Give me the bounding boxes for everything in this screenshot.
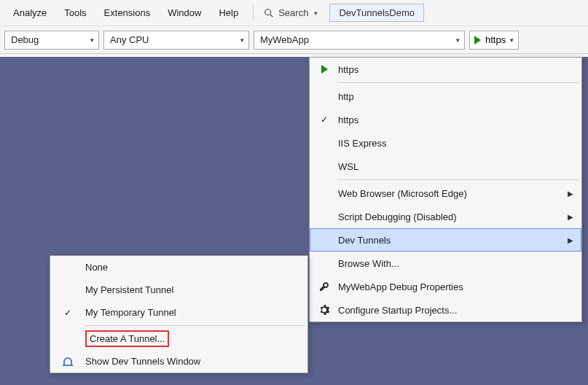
menu-window[interactable]: Window [159,4,210,21]
menu-item-label: Browse With... [338,258,573,269]
menu-item-label: Script Debugging (Disabled) [338,211,563,222]
menu-tools[interactable]: Tools [55,4,95,21]
menubar: Analyze Tools Extensions Window Help Sea… [0,0,588,26]
menu-analyze[interactable]: Analyze [4,4,55,21]
menu-item-label: Web Browser (Microsoft Edge) [338,188,563,199]
wrench-icon [318,281,330,292]
highlighted-label: Create A Tunnel... [85,330,169,347]
tunnel-icon [62,356,74,368]
menu-item-https-top[interactable]: https [310,58,581,81]
menu-item-label: http [338,91,573,102]
menu-item-https[interactable]: ✓ https [310,108,581,131]
menu-item-label: IIS Express [338,138,573,149]
menu-separator [253,5,254,21]
chevron-down-icon: ▾ [240,36,244,44]
dev-tunnels-submenu: None My Persistent Tunnel ✓ My Temporary… [50,255,308,373]
tunnel-item-temporary[interactable]: ✓ My Temporary Tunnel [50,301,307,324]
menu-item-label: My Persistent Tunnel [85,284,300,295]
menu-item-label: None [85,262,300,273]
chevron-right-icon: ▶ [568,190,573,198]
configuration-dropdown[interactable]: Debug ▾ [4,31,99,50]
menu-item-script-debugging[interactable]: Script Debugging (Disabled) ▶ [310,205,581,228]
play-icon [321,65,328,74]
menu-item-http[interactable]: http [310,85,581,108]
run-profile-menu: https http ✓ https IIS Express WSL Web B… [309,57,582,322]
menu-separator [337,179,579,180]
solution-name[interactable]: DevTunnelsDemo [329,4,424,22]
menu-separator [337,82,579,83]
menu-extensions[interactable]: Extensions [95,4,160,21]
menu-item-iis-express[interactable]: IIS Express [310,131,581,155]
search-button[interactable]: Search ▾ [259,7,322,18]
menu-item-label: MyWebApp Debug Properties [338,281,573,292]
menu-item-label: WSL [338,161,573,172]
chevron-right-icon: ▶ [568,236,573,244]
show-dev-tunnels-window-button[interactable]: Show Dev Tunnels Window [50,350,307,373]
chevron-down-icon: ▾ [456,36,460,44]
menu-item-label: My Temporary Tunnel [85,307,300,318]
menu-separator [85,325,305,326]
startup-project-dropdown[interactable]: MyWebApp ▾ [254,31,465,50]
chevron-down-icon: ▾ [314,9,318,17]
search-icon [264,8,274,18]
menu-item-browse-with[interactable]: Browse With... [310,252,581,275]
platform-dropdown[interactable]: Any CPU ▾ [103,31,249,50]
check-icon: ✓ [64,308,71,318]
chevron-down-icon: ▾ [510,36,514,44]
menu-help[interactable]: Help [210,4,247,21]
svg-point-0 [265,9,271,15]
menu-item-wsl[interactable]: WSL [310,155,581,178]
chevron-right-icon: ▶ [568,213,573,221]
menu-item-label: https [338,64,573,75]
tunnel-item-persistent[interactable]: My Persistent Tunnel [50,279,307,301]
menu-item-configure-startup[interactable]: Configure Startup Projects... [310,298,581,322]
run-profile-label: https [485,34,506,45]
menu-item-dev-tunnels[interactable]: Dev Tunnels ▶ [310,228,581,252]
configuration-label: Debug [11,34,39,45]
menu-item-label: Show Dev Tunnels Window [85,356,300,367]
menu-item-label: Configure Startup Projects... [338,305,573,316]
svg-line-1 [270,14,273,17]
tunnel-item-none[interactable]: None [50,256,307,279]
create-tunnel-button[interactable]: Create A Tunnel... [50,327,307,350]
menu-item-label: Create A Tunnel... [85,330,300,347]
play-icon [474,36,481,44]
chevron-down-icon: ▾ [90,36,94,44]
gear-icon [318,304,330,316]
toolbar: Debug ▾ Any CPU ▾ MyWebApp ▾ https ▾ [0,26,588,54]
menu-item-label: https [338,114,573,125]
search-label: Search [278,7,308,18]
check-icon: ✓ [321,114,328,125]
startup-project-label: MyWebApp [260,34,309,45]
menu-item-label: Dev Tunnels [338,235,563,246]
menu-item-web-browser[interactable]: Web Browser (Microsoft Edge) ▶ [310,182,581,205]
menu-item-debug-properties[interactable]: MyWebApp Debug Properties [310,275,581,298]
run-button[interactable]: https ▾ [469,31,519,50]
platform-label: Any CPU [110,34,149,45]
